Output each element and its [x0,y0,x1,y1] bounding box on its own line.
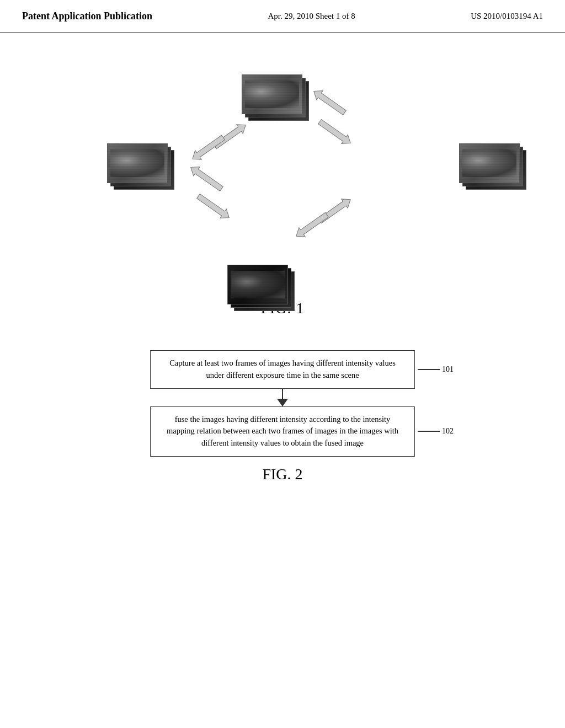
svg-marker-4 [195,191,232,222]
publication-type-label: Patent Application Publication [22,10,152,22]
fig2-step1-label: 101 [418,365,454,374]
fig2-diagram: Capture at least two frames of images ha… [122,334,443,457]
fig2-step2-wrapper: fuse the images having different intensi… [150,406,415,457]
step2-number: 102 [442,427,454,436]
sheet-info-label: Apr. 29, 2010 Sheet 1 of 8 [268,12,355,21]
fig2-step2-text: fuse the images having different intensi… [167,415,398,448]
fig2-step1-box: Capture at least two frames of images ha… [150,350,415,389]
photo-frame [242,74,302,114]
photo-frame [227,265,288,304]
svg-marker-9 [293,210,330,240]
svg-marker-8 [188,163,225,193]
photo-frame [459,143,520,183]
step1-number: 101 [442,365,454,374]
connector-arrow [277,399,288,406]
photo-frame [107,143,168,183]
fig2-step1-wrapper: Capture at least two frames of images ha… [150,350,415,389]
connector-line [282,389,283,399]
fig2-step2-label: 102 [418,427,454,436]
svg-marker-7 [311,87,348,117]
fig2-step2-box: fuse the images having different intensi… [150,406,415,457]
svg-marker-2 [212,120,249,151]
flow-connector [150,389,415,406]
page-header: Patent Application Publication Apr. 29, … [0,0,565,33]
step1-line [418,369,440,370]
fig2-step1-text: Capture at least two frames of images ha… [169,358,396,379]
main-content: FIG. 1 Capture at least two frames of im… [0,36,565,728]
step2-line [418,431,440,432]
fig2-label: FIG. 2 [262,465,302,483]
fig1-diagram [95,58,470,295]
svg-marker-3 [317,117,354,147]
patent-number-label: US 2010/0103194 A1 [471,12,543,21]
svg-marker-6 [189,133,226,163]
svg-marker-5 [317,195,354,225]
